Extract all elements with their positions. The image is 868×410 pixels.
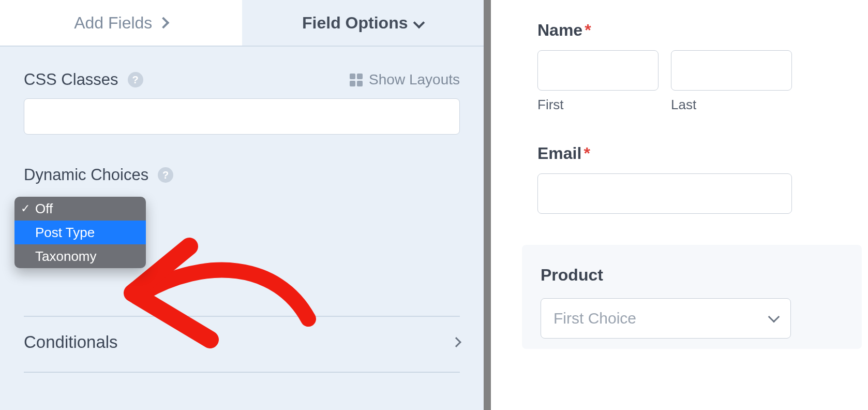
grid-icon (350, 74, 363, 86)
help-icon[interactable]: ? (128, 72, 143, 87)
show-layouts-button[interactable]: Show Layouts (350, 71, 460, 88)
conditionals-label: Conditionals (24, 332, 118, 352)
last-name-input[interactable] (671, 50, 792, 91)
name-label: Name (537, 21, 582, 39)
dynamic-choices-label: Dynamic Choices (24, 166, 148, 184)
panel-tabs: Add Fields Field Options (0, 0, 484, 47)
sidebar-panel: Add Fields Field Options CSS Classes ? S… (0, 0, 484, 410)
tab-field-options[interactable]: Field Options (242, 0, 484, 46)
show-layouts-label: Show Layouts (369, 71, 460, 88)
dynamic-choices-dropdown[interactable]: Off Post Type Taxonomy (14, 197, 146, 268)
product-select-value: First Choice (553, 310, 636, 327)
required-icon: * (583, 144, 590, 163)
css-classes-label: CSS Classes (24, 70, 118, 89)
dropdown-option-post-type[interactable]: Post Type (14, 221, 146, 244)
last-name-sublabel: Last (671, 97, 792, 113)
panel-body: CSS Classes ? Show Layouts Dynamic Choic… (0, 47, 484, 410)
email-label: Email (537, 144, 581, 163)
chevron-right-icon (451, 337, 461, 347)
product-select[interactable]: First Choice (541, 298, 791, 339)
required-icon: * (585, 21, 591, 39)
chevron-right-icon (158, 17, 170, 29)
dropdown-option-taxonomy[interactable]: Taxonomy (14, 244, 146, 268)
conditionals-row[interactable]: Conditionals (24, 330, 460, 354)
panel-divider[interactable] (484, 0, 491, 410)
name-field-group: Name* First Last (537, 21, 862, 113)
form-preview: Name* First Last Email* Product First Ch… (491, 0, 868, 410)
product-label: Product (541, 266, 603, 284)
css-classes-input[interactable] (24, 98, 460, 135)
first-name-input[interactable] (537, 50, 659, 91)
help-icon[interactable]: ? (158, 167, 173, 183)
css-classes-header: CSS Classes ? Show Layouts (24, 70, 460, 89)
chevron-down-icon (413, 17, 425, 29)
product-field-card[interactable]: Product First Choice (522, 245, 862, 349)
tab-add-fields[interactable]: Add Fields (0, 0, 242, 46)
dropdown-option-off[interactable]: Off (14, 197, 146, 221)
separator (24, 316, 460, 317)
separator (24, 372, 460, 373)
email-input[interactable] (537, 173, 792, 214)
tab-add-fields-label: Add Fields (74, 13, 152, 33)
email-field-group: Email* (537, 144, 862, 214)
first-name-sublabel: First (537, 97, 659, 113)
chevron-down-icon (768, 311, 780, 323)
tab-field-options-label: Field Options (302, 13, 408, 33)
